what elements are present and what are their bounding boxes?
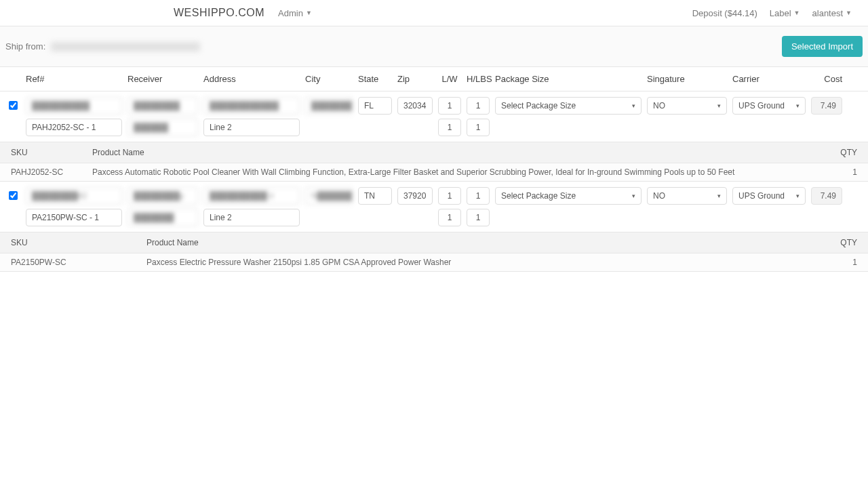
- carrier-select[interactable]: UPS Ground ▾: [732, 97, 806, 115]
- line-item-name: Paxcess Electric Pressure Washer 2150psi…: [92, 258, 816, 267]
- zip-input[interactable]: 37920: [397, 187, 433, 205]
- select-arrow-icon: ▾: [632, 192, 635, 199]
- city-input[interactable]: N██████: [305, 187, 353, 205]
- line-item-row: PA2150PW-SC Paxcess Electric Pressure Wa…: [0, 253, 868, 272]
- package-select-label: Select Package Size: [501, 191, 576, 201]
- navbar: WESHIPPO.COM Admin ▼ Deposit ($44.14) La…: [0, 0, 868, 26]
- lbs-input[interactable]: 1: [467, 209, 490, 226]
- line-item-name: Paxcess Automatic Robotic Pool Cleaner W…: [92, 167, 816, 177]
- ref-input[interactable]: ████████42: [26, 187, 122, 205]
- state-input[interactable]: FL: [358, 97, 392, 115]
- admin-menu[interactable]: Admin ▼: [278, 8, 312, 18]
- height-input[interactable]: 1: [467, 97, 490, 115]
- carrier-select-label: UPS Ground: [738, 101, 785, 110]
- ref2-input[interactable]: PA2150PW-SC - 1: [26, 209, 122, 226]
- cost-readout: 7.49: [811, 187, 842, 205]
- ref2-input[interactable]: PAHJ2052-SC - 1: [26, 119, 122, 136]
- user-menu[interactable]: alantest ▼: [812, 8, 852, 18]
- receiver2-input[interactable]: ███████: [127, 209, 198, 226]
- ref-input[interactable]: ██████████: [26, 97, 122, 115]
- toolbar: Ship from: Selected Import: [0, 26, 868, 67]
- width-input[interactable]: 1: [438, 209, 461, 226]
- table-header: Ref# Receiver Address City State Zip L/W…: [0, 67, 868, 92]
- address-input[interactable]: ████████████: [203, 97, 300, 115]
- carrier-select[interactable]: UPS Ground ▾: [732, 187, 806, 205]
- line-item-row: PAHJ2052-SC Paxcess Automatic Robotic Po…: [0, 163, 868, 182]
- address-input[interactable]: ██████████ ir: [203, 187, 300, 205]
- admin-label: Admin: [278, 8, 303, 18]
- select-arrow-icon: ▾: [632, 102, 635, 109]
- select-arrow-icon: ▾: [717, 102, 721, 109]
- select-arrow-icon: ▾: [796, 102, 800, 109]
- row-checkbox[interactable]: [9, 191, 18, 200]
- height-input[interactable]: 1: [467, 187, 490, 205]
- length-input[interactable]: 1: [438, 187, 461, 205]
- address2-input[interactable]: Line 2: [203, 209, 300, 226]
- brand-logo: WESHIPPO.COM: [174, 7, 264, 19]
- col-lw: L/W: [438, 74, 461, 84]
- col-ref: Ref#: [26, 74, 122, 84]
- line-item-header: SKU Product Name QTY: [0, 142, 868, 163]
- product-name-header: Product Name: [92, 148, 816, 157]
- line-item-qty: 1: [816, 258, 857, 267]
- label-menu-label: Label: [770, 8, 791, 18]
- zip-input[interactable]: 32034: [397, 97, 433, 115]
- width-input[interactable]: 1: [438, 119, 461, 136]
- package-select[interactable]: Select Package Size ▾: [495, 187, 642, 205]
- qty-header: QTY: [816, 238, 857, 247]
- sku-header: SKU: [11, 148, 92, 157]
- cost-readout: 7.49: [811, 97, 842, 115]
- line-item-header: SKU Product Name QTY: [0, 232, 868, 253]
- col-carrier: Carrier: [732, 74, 806, 84]
- length-input[interactable]: 1: [438, 97, 461, 115]
- col-cost: Cost: [811, 74, 842, 84]
- sku-header: SKU: [11, 238, 92, 247]
- lbs-input[interactable]: 1: [467, 119, 490, 136]
- carrier-select-label: UPS Ground: [738, 191, 785, 201]
- row-checkbox[interactable]: [9, 101, 18, 110]
- receiver2-input[interactable]: ██████: [127, 119, 198, 136]
- product-name-header: Product Name: [92, 238, 816, 247]
- nav-right: Deposit ($44.14) Label ▼ alantest ▼: [692, 8, 852, 18]
- signature-select-label: NO: [653, 191, 665, 201]
- selected-import-button[interactable]: Selected Import: [782, 36, 863, 57]
- line-item-sku: PA2150PW-SC: [11, 258, 92, 267]
- user-menu-label: alantest: [812, 8, 844, 18]
- col-signature: Singature: [647, 74, 727, 84]
- address2-input[interactable]: Line 2: [203, 119, 300, 136]
- table-row: ██████████ PAHJ2052-SC - 1 ████████ ████…: [0, 92, 868, 142]
- receiver-input[interactable]: ████████: [127, 97, 198, 115]
- line-item-sku: PAHJ2052-SC: [11, 167, 92, 177]
- line-item-qty: 1: [816, 167, 857, 177]
- col-receiver: Receiver: [127, 74, 198, 84]
- receiver-input[interactable]: ████████y: [127, 187, 198, 205]
- nav-left: Admin ▼: [278, 8, 312, 18]
- col-city: City: [305, 74, 353, 84]
- select-arrow-icon: ▾: [796, 192, 800, 199]
- chevron-down-icon: ▼: [794, 9, 800, 16]
- state-input[interactable]: TN: [358, 187, 392, 205]
- signature-select-label: NO: [653, 101, 665, 110]
- package-select-label: Select Package Size: [501, 101, 576, 110]
- deposit-link[interactable]: Deposit ($44.14): [692, 8, 757, 18]
- chevron-down-icon: ▼: [306, 9, 312, 16]
- qty-header: QTY: [816, 148, 857, 157]
- signature-select[interactable]: NO ▾: [647, 187, 727, 205]
- chevron-down-icon: ▼: [846, 9, 852, 16]
- select-arrow-icon: ▾: [717, 192, 721, 199]
- col-package: Package Size: [495, 74, 642, 84]
- table-row: ████████42 PA2150PW-SC - 1 ████████y ███…: [0, 182, 868, 232]
- col-zip: Zip: [397, 74, 433, 84]
- signature-select[interactable]: NO ▾: [647, 97, 727, 115]
- ship-from-label: Ship from:: [5, 41, 45, 52]
- col-state: State: [358, 74, 392, 84]
- ship-from-value: [51, 42, 200, 52]
- package-select[interactable]: Select Package Size ▾: [495, 97, 642, 115]
- label-menu[interactable]: Label ▼: [770, 8, 800, 18]
- col-address: Address: [203, 74, 300, 84]
- city-input[interactable]: ████████E: [305, 97, 353, 115]
- col-hlbs: H/LBS: [467, 74, 490, 84]
